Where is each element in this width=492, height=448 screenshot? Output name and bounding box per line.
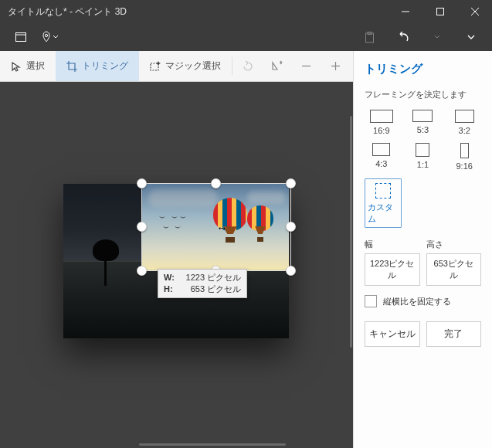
crop-handle-e[interactable]	[286, 222, 296, 232]
crop-handle-w[interactable]	[137, 222, 147, 232]
balloon-1	[213, 198, 247, 244]
width-label: 幅	[365, 239, 420, 250]
canvas-image[interactable]: ︶ ︶︶ ︶ ︶ ↔ W: 1223 ピクセル H: 653 ピクセル	[63, 184, 289, 338]
ratio-16-9[interactable]: 16:9	[365, 110, 399, 135]
close-button[interactable]	[457, 0, 492, 23]
ratio-3-2[interactable]: 3:2	[447, 110, 481, 135]
lock-ratio-checkbox[interactable]	[365, 295, 377, 307]
width-input[interactable]: 1223ピクセル	[365, 253, 420, 286]
svg-rect-9	[151, 63, 158, 70]
crop-tool[interactable]: トリミング	[56, 51, 139, 81]
crop-label: トリミング	[82, 59, 128, 73]
crop-selection[interactable]: ︶ ︶︶ ︶ ︶ ↔	[142, 184, 290, 270]
scrollbar-horizontal[interactable]	[139, 443, 286, 446]
height-input[interactable]: 653ピクセル	[426, 253, 482, 286]
select-label: 選択	[26, 59, 45, 73]
balloon-2	[247, 205, 273, 241]
dimensions-tooltip: W: 1223 ピクセル H: 653 ピクセル	[158, 269, 247, 298]
title-bar: タイトルなし* - ペイント 3D	[0, 0, 492, 23]
flip-icon[interactable]	[262, 60, 291, 72]
crop-handle-n[interactable]	[211, 178, 221, 188]
pin-icon[interactable]	[42, 24, 59, 50]
framing-label: フレーミングを決定します	[365, 89, 481, 100]
svg-point-6	[45, 34, 47, 36]
rotate-icon	[232, 60, 262, 72]
cancel-button[interactable]: キャンセル	[365, 321, 420, 347]
panel-title: トリミング	[365, 62, 481, 76]
more-chevron-icon[interactable]	[458, 24, 484, 50]
crop-handle-sw[interactable]	[137, 266, 147, 276]
ratio-1-1[interactable]: 1:1	[406, 143, 440, 171]
maximize-button[interactable]	[422, 0, 457, 23]
window-title: タイトルなし* - ペイント 3D	[8, 5, 388, 19]
select-tool[interactable]: 選択	[0, 51, 56, 81]
crop-handle-se[interactable]	[286, 266, 296, 276]
done-button[interactable]: 完了	[426, 321, 482, 347]
redo-dropdown-icon	[424, 24, 450, 50]
ratio-custom[interactable]: カスタム	[365, 178, 402, 228]
magic-select-tool[interactable]: マジック選択	[139, 51, 232, 81]
lock-ratio-label: 縦横比を固定する	[383, 296, 451, 307]
birds-deco: ︶ ︶︶ ︶ ︶	[159, 213, 188, 233]
crop-side-panel: トリミング フレーミングを決定します 16:9 5:3 3:2 4:3 1:1 …	[353, 51, 492, 448]
canvas-area[interactable]: ︶ ︶︶ ︶ ︶ ↔ W: 1223 ピクセル H: 653 ピクセル	[0, 82, 353, 448]
svg-rect-4	[16, 33, 26, 42]
crop-handle-nw[interactable]	[137, 178, 147, 188]
ratio-5-3[interactable]: 5:3	[406, 110, 440, 135]
ratio-4-3[interactable]: 4:3	[365, 143, 399, 171]
crop-handle-ne[interactable]	[286, 178, 296, 188]
scrollbar-vertical[interactable]	[350, 116, 352, 348]
ratio-9-16[interactable]: 9:16	[447, 143, 481, 171]
minimize-button[interactable]	[388, 0, 422, 23]
minus-icon[interactable]	[291, 60, 321, 72]
undo-button[interactable]	[390, 24, 416, 50]
height-label: 高さ	[426, 239, 482, 250]
menu-expand-icon[interactable]	[8, 24, 34, 50]
menu-bar	[0, 23, 492, 51]
paste-icon	[356, 24, 382, 50]
magic-label: マジック選択	[165, 59, 221, 73]
svg-rect-1	[436, 8, 443, 15]
plus-icon[interactable]	[321, 60, 350, 72]
